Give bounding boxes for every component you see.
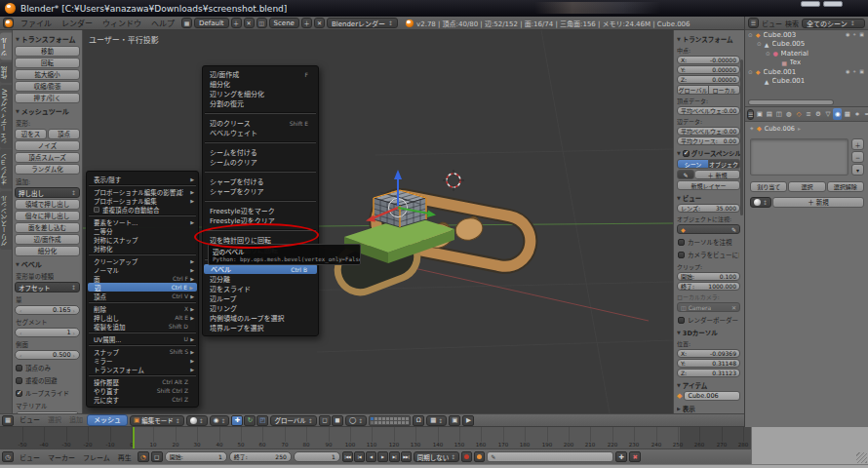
- menu-item[interactable]: 辺リングを細分化 ▶: [203, 89, 318, 98]
- lock-cursor-row[interactable]: カーソルを注視: [678, 237, 739, 247]
- menu-item[interactable]: トランスフォーム ▶: [87, 365, 198, 373]
- panel-header-bevel[interactable]: ▼ベベル: [16, 259, 79, 269]
- menu-item[interactable]: ヘルプ: [146, 20, 179, 28]
- expander-icon[interactable]: ⊙: [757, 41, 762, 47]
- tool-button[interactable]: 面を差し込む: [15, 222, 80, 233]
- menu-item[interactable]: 対称化 ▶: [87, 244, 198, 253]
- menu-item[interactable]: シームを付ける ▶: [203, 147, 318, 157]
- editor-type-button[interactable]: [3, 18, 14, 28]
- tool-button[interactable]: 移動: [15, 46, 80, 57]
- tool-button[interactable]: 細分化: [15, 246, 80, 256]
- menu-item[interactable]: ▶: [203, 225, 318, 235]
- properties-tab[interactable]: ◉: [833, 108, 842, 120]
- panel-header-transform[interactable]: ▼トランスフォーム: [16, 34, 79, 44]
- mean-bevel-weight-slider[interactable]: 平均ベベルウェ:0.00: [677, 106, 740, 115]
- value-slider[interactable]: ‹0.165›: [15, 305, 80, 315]
- menu-item[interactable]: 辺リング ▶: [203, 303, 318, 313]
- scale-manipulator-icon[interactable]: ◰: [256, 415, 268, 426]
- cursor-location-slider[interactable]: X:-0.09369: [677, 349, 740, 358]
- material-action-button[interactable]: 割り当て: [750, 181, 787, 192]
- properties-tab[interactable]: ∗: [852, 108, 861, 120]
- checkbox[interactable]: [678, 252, 685, 258]
- pencil-icon-dropdown[interactable]: ✎: [677, 170, 694, 179]
- add-scene-button[interactable]: ＋: [301, 18, 312, 28]
- timeline-menu[interactable]: フレーム: [79, 452, 114, 462]
- timeline-track[interactable]: -50 -40 -30 -20 -10 0 10 20: [0, 427, 751, 448]
- median-slider[interactable]: Z:0.00000: [677, 75, 740, 84]
- tool-button[interactable]: ランダム化: [15, 164, 80, 175]
- tool-button[interactable]: 収縮/膨張: [15, 81, 80, 92]
- properties-tab[interactable]: ▤: [765, 108, 773, 120]
- mode-dropdown[interactable]: ▣編集モード↕: [130, 415, 184, 426]
- menu-item[interactable]: レンダー: [57, 20, 98, 28]
- value-slider[interactable]: ‹0.500›: [15, 350, 80, 360]
- outliner-menu-view[interactable]: ビュー: [762, 19, 782, 28]
- tool-button[interactable]: 拡大縮小: [15, 69, 80, 80]
- menu-item[interactable]: 辺分離 ▶: [203, 274, 318, 284]
- menu-item[interactable]: ▶: [203, 137, 318, 147]
- panel-header-display[interactable]: ▶表示: [677, 404, 740, 413]
- cursor-location-slider[interactable]: Z:0.31123: [677, 369, 740, 377]
- lock-object-field[interactable]: ◆✎: [677, 224, 740, 234]
- checkbox[interactable]: [678, 239, 685, 246]
- menu-item[interactable]: 細分化 ▶: [203, 79, 318, 89]
- pin-icon[interactable]: ⌖: [750, 125, 754, 133]
- checkbox-row[interactable]: 頂点のみ: [16, 363, 79, 372]
- menu-item[interactable]: 元に戻す Ctrl Z ▶: [87, 395, 198, 404]
- menu-item[interactable]: 複製を追加 Shift D ▶: [87, 322, 198, 331]
- outliner-row[interactable]: ⊙ Cube.003 ◉ ⌖ ▣: [745, 30, 868, 40]
- menu-item[interactable]: ▶: [203, 167, 318, 176]
- menu-item[interactable]: シームのクリア ▶: [203, 157, 318, 167]
- viewport-shading-dropdown[interactable]: ↕: [186, 415, 208, 426]
- playback-button[interactable]: ▶▶|: [401, 451, 412, 462]
- playback-button[interactable]: |◀◀: [342, 451, 353, 462]
- tool-shelf-tab[interactable]: ツール: [0, 33, 12, 60]
- clear-icon[interactable]: ✕: [731, 304, 736, 311]
- scene-icon[interactable]: ◫: [256, 18, 267, 28]
- outliner-row[interactable]: ⊙ Cube.005 ◉ ⌖ ▣: [754, 40, 868, 50]
- outliner-row[interactable]: ⊙ Material ◉ ⌖ ▣: [763, 49, 868, 58]
- insert-keyframe-icon[interactable]: ✚: [615, 451, 627, 462]
- menu-item[interactable]: Freestyle辺をクリア ▶: [203, 215, 318, 225]
- opengl-render-anim-icon[interactable]: ▶: [462, 415, 474, 426]
- window-buttons[interactable]: [801, 1, 843, 7]
- browse-material-dropdown[interactable]: ↕: [750, 197, 771, 208]
- menu-item[interactable]: UV展開... U ▶: [87, 334, 198, 343]
- properties-tab[interactable]: ⚙: [813, 108, 822, 120]
- screen-layout-icon[interactable]: ▦: [181, 18, 192, 28]
- header-menu[interactable]: メッシュ: [87, 414, 128, 426]
- checkbox[interactable]: [16, 377, 22, 384]
- checkbox[interactable]: [678, 317, 685, 324]
- tool-button[interactable]: 押す/引く: [15, 93, 80, 103]
- scene-field[interactable]: Scene: [269, 18, 299, 28]
- tool-button[interactable]: 頂点スムーズ: [15, 152, 80, 163]
- use-preview-range-icon[interactable]: ◔: [138, 451, 149, 462]
- editor-type-button[interactable]: ☰: [747, 109, 754, 120]
- sync-dropdown[interactable]: 同期しない↕: [414, 451, 460, 462]
- menu-item[interactable]: 辺のクリース Shift E ▶: [203, 118, 318, 128]
- checkbox[interactable]: [16, 390, 22, 397]
- cursor-location-slider[interactable]: Y:0.31148: [677, 359, 740, 368]
- properties-tab[interactable]: ◇: [794, 108, 803, 120]
- checkbox-row[interactable]: 重複の回避: [16, 375, 79, 385]
- translate-manipulator-icon[interactable]: ✚: [231, 415, 243, 426]
- global-button[interactable]: グローバル: [677, 85, 709, 95]
- properties-tab[interactable]: ≡: [804, 108, 812, 120]
- menu-item[interactable]: 辺ループ ▶: [203, 293, 318, 303]
- menu-item[interactable]: ▶: [203, 196, 318, 206]
- menu-item[interactable]: ファイル: [16, 20, 57, 28]
- mean-bevel-weight-slider[interactable]: 平均ベベルウェ:0.00: [677, 127, 740, 136]
- new-layer-button[interactable]: 新規レイヤー: [677, 180, 740, 190]
- clip-end-slider[interactable]: 終了:1000.000: [677, 282, 740, 291]
- menu-item[interactable]: 内側領域のループを選択 ▶: [203, 313, 318, 323]
- render-engine-dropdown[interactable]: Blenderレンダー↕: [327, 18, 398, 28]
- timeline-menu[interactable]: マーカー: [44, 452, 79, 462]
- snap-magnet-icon[interactable]: Ω: [413, 415, 424, 426]
- checkbox[interactable]: [683, 150, 690, 157]
- tool-shelf-tab[interactable]: グリースペンシル: [0, 191, 12, 250]
- proportional-edit-dropdown[interactable]: ◯↕: [345, 415, 367, 426]
- panel-header-meshtools[interactable]: ▼メッシュツール: [16, 106, 79, 116]
- outliner-row[interactable]: ⊙ Cube.001 ◉ ⌖ ▣: [754, 77, 868, 87]
- properties-tab[interactable]: ▣: [755, 108, 764, 120]
- properties-tab[interactable]: ≈: [862, 108, 868, 120]
